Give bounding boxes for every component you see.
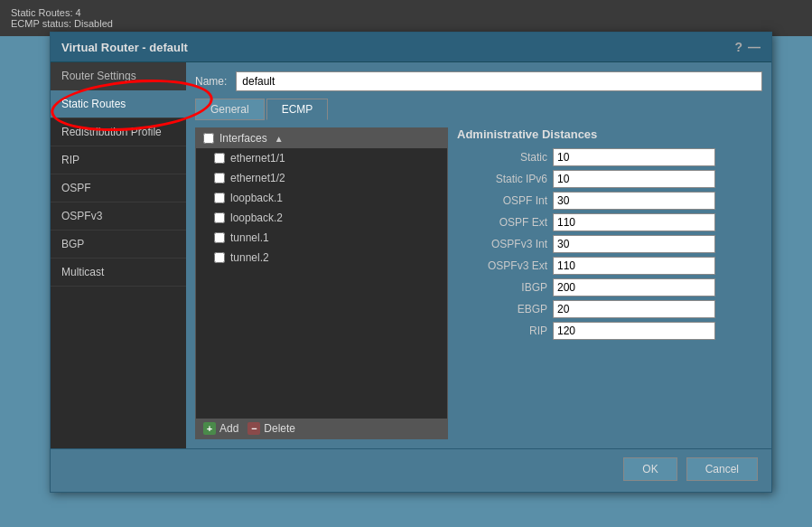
modal-title-bar: Virtual Router - default ? — [51,33,771,62]
nav-router-settings[interactable]: Router Settings [51,62,186,90]
delete-button[interactable]: − Delete [247,422,295,435]
ad-label-ospfv3-ext: OSPFv3 Ext [457,259,547,272]
ecmp-status: ECMP status: Disabled [11,18,113,29]
delete-icon: − [247,422,260,435]
interface-loopback1-label: loopback.1 [230,192,283,204]
ad-input-ospfv3-ext[interactable] [553,257,715,275]
name-row: Name: [195,71,762,91]
list-item[interactable]: tunnel.2 [196,248,447,268]
ad-row-ospf-ext: OSPF Ext [457,213,762,231]
name-input[interactable] [236,71,762,91]
minimize-icon[interactable]: — [748,40,761,54]
nav-redistribution-profile[interactable]: Redistribution Profile [51,118,186,146]
nav-ospfv3[interactable]: OSPFv3 [51,202,186,231]
interface-tunnel1-checkbox[interactable] [214,232,225,243]
modal-body: Router Settings Static Routes Redistribu… [51,62,771,448]
right-content: Name: General ECMP Interfaces [186,62,771,448]
ad-row-ospf-int: OSPF Int [457,192,762,210]
interfaces-panel: Interfaces ▲ ethernet1/1 ethernet1/2 [195,127,448,439]
ad-label-ospf-ext: OSPF Ext [457,216,547,229]
list-item[interactable]: loopback.1 [196,188,447,208]
ad-input-ospfv3-int[interactable] [553,235,715,253]
background-status-bar: Static Routes: 4 ECMP status: Disabled [0,0,812,36]
ad-input-static[interactable] [553,148,715,166]
interface-ethernet1-1-label: ethernet1/1 [230,152,285,165]
interfaces-header-label: Interfaces [219,132,267,145]
interface-ethernet1-1-checkbox[interactable] [214,153,225,164]
ad-label-ibgp: IBGP [457,281,547,294]
left-navigation: Router Settings Static Routes Redistribu… [51,62,186,448]
cancel-button[interactable]: Cancel [686,457,758,481]
nav-multicast[interactable]: Multicast [51,259,186,287]
ad-row-ebgp: EBGP [457,300,762,318]
interface-ethernet1-2-checkbox[interactable] [214,173,225,184]
nav-static-routes[interactable]: Static Routes [51,90,186,118]
ad-input-ospf-int[interactable] [553,192,715,210]
interfaces-footer: + Add − Delete [196,419,447,438]
ad-input-ospf-ext[interactable] [553,213,715,231]
modal-title: Virtual Router - default [61,41,188,54]
list-item[interactable]: loopback.2 [196,208,447,228]
tab-general[interactable]: General [195,99,265,120]
ad-label-rip: RIP [457,325,547,337]
admin-distances-title: Administrative Distances [457,127,762,141]
list-item[interactable]: ethernet1/1 [196,148,447,168]
ad-input-rip[interactable] [553,322,715,340]
add-button[interactable]: + Add [203,422,238,435]
admin-distances-panel: Administrative Distances Static Static I… [457,127,762,439]
name-label: Name: [195,75,227,88]
list-item[interactable]: ethernet1/2 [196,168,447,188]
ad-label-ospf-int: OSPF Int [457,194,547,207]
virtual-router-modal: Virtual Router - default ? — Router Sett… [50,32,772,493]
ad-input-static-ipv6[interactable] [553,170,715,188]
interface-loopback2-label: loopback.2 [230,212,283,224]
interfaces-select-all-checkbox[interactable] [203,133,214,144]
interfaces-header: Interfaces ▲ [196,128,447,148]
help-icon[interactable]: ? [734,40,742,54]
ok-button[interactable]: OK [623,457,677,481]
modal-footer: OK Cancel [51,448,771,489]
modal-title-icons: ? — [734,40,761,54]
add-label: Add [219,422,238,435]
static-routes-status: Static Routes: 4 [11,7,81,18]
main-panel: Interfaces ▲ ethernet1/1 ethernet1/2 [195,127,762,439]
interface-tunnel1-label: tunnel.1 [230,231,269,244]
ad-label-static-ipv6: Static IPv6 [457,173,547,185]
add-icon: + [203,422,216,435]
list-item[interactable]: tunnel.1 [196,228,447,248]
ad-row-static-ipv6: Static IPv6 [457,170,762,188]
sort-arrow-icon: ▲ [275,134,284,144]
delete-label: Delete [264,422,295,435]
tab-ecmp[interactable]: ECMP [266,99,329,120]
interface-loopback1-checkbox[interactable] [214,193,225,203]
ad-input-ebgp[interactable] [553,300,715,318]
ad-label-ospfv3-int: OSPFv3 Int [457,238,547,250]
ad-row-ospfv3-ext: OSPFv3 Ext [457,257,762,275]
nav-bgp[interactable]: BGP [51,231,186,259]
nav-rip[interactable]: RIP [51,146,186,174]
tabs-row: General ECMP [195,99,762,120]
interface-loopback2-checkbox[interactable] [214,212,225,223]
ad-row-ospfv3-int: OSPFv3 Int [457,235,762,253]
ad-label-ebgp: EBGP [457,303,547,315]
interface-tunnel2-label: tunnel.2 [230,251,269,264]
interfaces-list: ethernet1/1 ethernet1/2 loopback.1 [196,148,447,419]
ad-row-ibgp: IBGP [457,278,762,296]
ad-input-ibgp[interactable] [553,278,715,296]
ad-label-static: Static [457,151,547,164]
interface-tunnel2-checkbox[interactable] [214,252,225,263]
ad-row-rip: RIP [457,322,762,340]
ad-row-static: Static [457,148,762,166]
nav-ospf[interactable]: OSPF [51,174,186,202]
interface-ethernet1-2-label: ethernet1/2 [230,172,285,184]
